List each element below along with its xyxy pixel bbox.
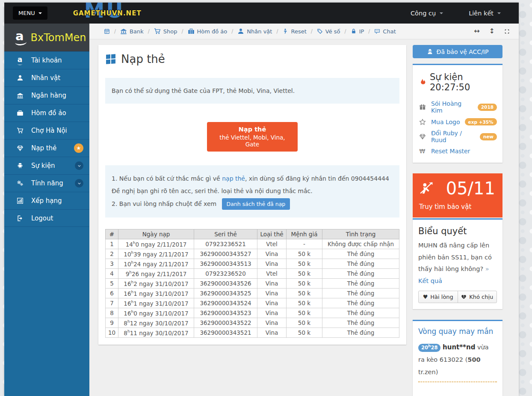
tags-icon	[317, 28, 323, 34]
briefcase-icon	[188, 28, 195, 35]
poll-results-link[interactable]: Kết quả	[418, 277, 442, 284]
breadcrumb-shop[interactable]: Shop	[154, 28, 177, 35]
breadcrumb-reset[interactable]: Reset	[282, 28, 306, 35]
cell-seri: 36290000343526	[194, 279, 257, 289]
event-item-soi-hoang-kim[interactable]: Sói Hoàng Kim2018	[418, 98, 497, 116]
cell-status: Thẻ đúng	[322, 259, 399, 269]
cell-seri: 36290000343513	[194, 259, 257, 269]
table-column-header: Tình trạng	[322, 229, 399, 239]
tools-dropdown[interactable]: Công cụ	[411, 10, 443, 17]
sidebar-item-label: Hòm đồ ảo	[31, 109, 66, 117]
cell-type: Vina	[257, 289, 287, 298]
cell-value: 50 k	[287, 318, 322, 328]
breadcrumb-hom-do-ao[interactable]: Hòm đồ ảo	[188, 28, 228, 35]
breadcrumb-nhan-vat[interactable]: Nhân vật	[237, 28, 272, 35]
username: BxTomMen	[31, 32, 86, 44]
expand-icon	[504, 29, 510, 34]
cell-seri: 07923236521	[194, 239, 257, 249]
sidebar-item-label: Nạp thẻ	[31, 144, 56, 152]
table-row: 210h39 ngay 2/11/201736290000343527Vina5…	[106, 249, 399, 259]
poll-question: MUHN đã nâng cấp lên phiên bản SS11, bạn…	[418, 240, 497, 287]
gem-icon	[418, 133, 426, 140]
sidebar-item-label: Ngân hàng	[31, 92, 66, 99]
windows-icon	[106, 54, 115, 64]
fullscreen-control[interactable]	[499, 29, 514, 34]
poll-buttons: ♥Hài lòngKhó chịu	[418, 291, 497, 303]
acc-ip-protected-button[interactable]: Đã bảo vệ ACC/IP	[413, 45, 502, 58]
poll-button-label: Khó chịu	[469, 294, 493, 300]
breadcrumb-ve-so[interactable]: Vé số	[317, 28, 340, 35]
app-window: MENU MU GAMETHUVN.NET Công cụ Liên kết a…	[4, 3, 519, 396]
recharge-button[interactable]: Nạp thẻ thẻ Viettel, Mobi, Vina, Gate	[207, 122, 298, 152]
cell-type: Vina	[257, 259, 287, 269]
table-row: 516h2 ngay 31/10/201736290000343526Vina5…	[106, 279, 399, 289]
events-card: Sự kiện 20:27:50 Sói Hoàng Kim2018Mua Lo…	[413, 64, 502, 163]
sidebar-item-xep-hang[interactable]: Xếp hạng	[4, 192, 89, 209]
cell-status: Thẻ đúng	[322, 269, 399, 279]
resize-horizontal-control[interactable]: ↔	[469, 28, 484, 35]
sidebar-item-ngan-hang[interactable]: Ngân hàng	[4, 86, 89, 104]
cell-value: 50 k	[287, 269, 322, 279]
menu-button-label: MENU	[18, 10, 35, 16]
amazon-icon: a	[16, 57, 24, 64]
sidebar-item-label: Xếp hạng	[31, 197, 62, 205]
sidebar-item-nhan-vat[interactable]: Nhân vật	[4, 69, 89, 86]
sidebar-item-label: Tài khoản	[31, 57, 62, 64]
sidebar-item-hom-do-ao[interactable]: Hòm đồ ảo	[4, 104, 89, 122]
window-controls: ↔↕	[469, 28, 514, 35]
event-badge: exp +35%	[465, 118, 497, 125]
event-item-mua-logo[interactable]: Mua Logoexp +35%	[418, 116, 497, 128]
sidebar-item-label: Logout	[31, 214, 53, 222]
lucky-amount: 500	[467, 356, 480, 363]
table-row: 98h12 ngay 30/10/201736290000343522Vina5…	[106, 318, 399, 328]
sidebar-item-cho-ha-noi[interactable]: Chợ Hà Nội	[4, 122, 89, 139]
event-item-doi-ruby-ruud[interactable]: Đổi Ruby / Ruudnew	[418, 128, 497, 146]
sidebar-user-header[interactable]: a BxTomMen	[4, 24, 89, 51]
lucky-wheel-title[interactable]: Vòng quay may mắn	[418, 327, 497, 336]
sidebar-item-tinh-nang[interactable]: Tính năng	[4, 174, 89, 192]
sidebar-item-logout[interactable]: Logout	[4, 209, 89, 227]
breadcrumb-chat[interactable]: Chat	[374, 28, 396, 35]
breadcrumb-separator: /	[181, 28, 183, 34]
event-item-label: Đổi Ruby / Ruud	[431, 130, 475, 143]
table-row: 49h26 ngay 2/11/201707923236520Vtel50 kT…	[106, 269, 399, 279]
time-badge: 20h28	[418, 344, 440, 352]
calendar-icon	[104, 28, 110, 34]
site-logo[interactable]: MU GAMETHUVN.NET	[72, 3, 147, 24]
cell-date: 16h2 ngay 31/10/2017	[118, 279, 194, 289]
card-list-button[interactable]: Danh sách thẻ đã nạp	[222, 198, 290, 210]
breadcrumb-separator: /	[311, 28, 313, 34]
links-dropdown[interactable]: Liên kết	[469, 10, 501, 17]
poll-card: Biểu quyết MUHN đã nâng cấp lên phiên bả…	[413, 218, 502, 309]
breadcrumb-home[interactable]	[104, 28, 110, 34]
poll-button-hai-long[interactable]: ♥Hài lòng	[418, 291, 458, 303]
event-item-reset-master[interactable]: ₩Reset Master	[418, 146, 497, 157]
cell-type: Vina	[257, 328, 287, 338]
star-o-icon	[418, 119, 426, 125]
breadcrumb-ip[interactable]: IP	[351, 28, 364, 35]
android-icon	[16, 162, 24, 169]
breadcrumb-bank[interactable]: Bank	[120, 28, 144, 35]
bank-icon	[120, 28, 127, 35]
poll-button-kho-chiu[interactable]: Khó chịu	[458, 291, 497, 303]
poll-title: Biểu quyết	[418, 226, 497, 236]
treasure-hunt-banner[interactable]: 05/11 Truy tìm bảo vật	[413, 173, 502, 217]
cell-status: Thẻ đúng	[322, 308, 399, 318]
breadcrumb-label: Vé số	[325, 28, 340, 35]
event-badge: 2018	[478, 104, 497, 111]
event-item-label: Mua Logo	[431, 119, 460, 125]
recharge-button-subtitle: thẻ Viettel, Mobi, Vina, Gate	[214, 134, 291, 148]
hunter-icon	[419, 181, 434, 196]
menu-button[interactable]: MENU	[13, 6, 47, 20]
chart-icon	[16, 197, 24, 204]
cell-status: Thẻ đúng	[322, 279, 399, 289]
sidebar-item-su-kien[interactable]: Sự kiện	[4, 157, 89, 174]
recharge-link[interactable]: nạp thẻ	[222, 175, 245, 182]
resize-vertical-control[interactable]: ↕	[485, 28, 499, 35]
table-column-header: Mệnh giá	[287, 229, 322, 239]
bank-icon	[16, 92, 24, 99]
gift-icon	[418, 104, 426, 110]
sidebar-item-tai-khoan[interactable]: aTài khoản	[4, 51, 89, 69]
sidebar-item-nap-the[interactable]: Nạp thẻ★	[4, 139, 89, 157]
sidebar-item-label: Sự kiện	[31, 162, 55, 170]
